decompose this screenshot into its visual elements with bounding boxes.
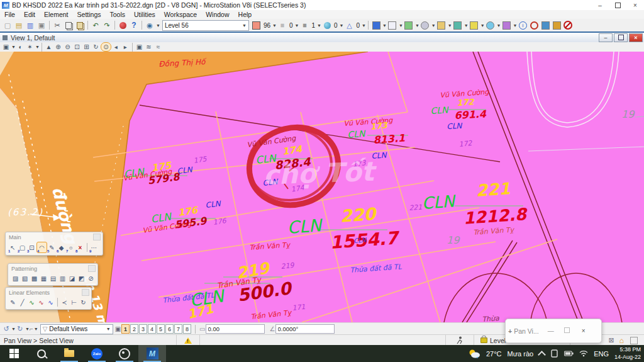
pan-minimize-button[interactable]: — (543, 327, 559, 334)
raster-manager-button[interactable] (403, 20, 414, 31)
palette-close-button[interactable] (93, 234, 101, 240)
wifi-icon[interactable] (579, 350, 588, 357)
view-attributes-button[interactable] (144, 20, 155, 31)
more-tools[interactable]: ⋯9 (89, 242, 99, 252)
points-tool[interactable]: ⊡3 (27, 242, 36, 252)
menu-settings[interactable]: Settings (77, 11, 101, 18)
groups-tool[interactable]: ◆6 (57, 242, 66, 252)
start-button[interactable] (0, 345, 28, 362)
manage-view-groups-icon[interactable]: ▣ (115, 324, 121, 334)
taskbar-clock[interactable]: 5:38 PM 14-Aug-22 (614, 346, 641, 361)
pan-maximize-button[interactable] (559, 327, 575, 334)
redo-button[interactable] (101, 20, 113, 31)
taskbar-search-button[interactable] (28, 345, 55, 362)
zalo-button[interactable]: Zalo (83, 345, 111, 362)
view-toggle-5[interactable]: 5 (157, 324, 165, 334)
accudraw-angle-input[interactable] (275, 324, 335, 334)
active-level-combo[interactable]: Level 56▼ (162, 20, 249, 31)
weather-icon[interactable] (468, 349, 480, 359)
status-panel-icon[interactable] (630, 337, 638, 344)
cut-button[interactable] (52, 20, 63, 31)
new-file-button[interactable] (2, 20, 13, 31)
file-explorer-button[interactable] (55, 345, 83, 362)
level-manager-button[interactable] (469, 20, 480, 31)
copy-view-icon[interactable]: ▣ (135, 43, 144, 51)
linear-elements-palette[interactable]: Linear Elements ✎ ╱ ∿ ∿ ∿ ≺ ⊢ ↻ (5, 287, 92, 310)
ellipse-tool[interactable]: ○7 (66, 242, 75, 252)
view-toggle-3[interactable]: 3 (139, 324, 147, 334)
open-file-button[interactable] (13, 20, 25, 31)
updates-icon[interactable] (117, 20, 128, 31)
pan-close-button[interactable]: × (575, 327, 592, 334)
snaps-button[interactable] (485, 20, 496, 31)
selection-set-icon[interactable]: ⊠ (609, 336, 614, 344)
fit-view-icon[interactable]: ⊞ (82, 43, 91, 51)
place-stream-curve-tool[interactable]: ∿ (27, 297, 36, 307)
saved-views-button[interactable] (436, 20, 447, 31)
view-display-mode-icon[interactable]: ▣ (1, 43, 11, 51)
no-entry-button[interactable] (562, 20, 574, 31)
minimize-button[interactable]: – (591, 1, 609, 10)
line-weight-icon[interactable] (299, 20, 311, 31)
help-button[interactable] (128, 20, 140, 31)
locks-button[interactable] (501, 20, 513, 31)
menu-help[interactable]: Help (238, 11, 252, 18)
view-toggle-4[interactable]: 4 (148, 324, 156, 334)
main-tool-palette[interactable]: Main ↖1 ▢2 ⊡3 ◠4 ✎5 ◆6 ○7 ×8 ⋯9 (5, 232, 103, 256)
arc-tool-selected[interactable]: ◠4 (36, 242, 47, 253)
project-explorer-button[interactable] (540, 20, 551, 31)
view-toggle-1[interactable]: 1 (121, 324, 130, 334)
back-button[interactable]: ↺ (2, 324, 11, 334)
microstation-taskbar-button[interactable]: M (138, 345, 166, 362)
view-minimize-button[interactable]: – (599, 33, 613, 42)
accudraw-x-input[interactable] (206, 324, 265, 334)
battery-icon[interactable] (564, 350, 574, 357)
pan-view-icon[interactable]: ⊙ (101, 42, 111, 52)
view-render-icon[interactable]: ◐ (16, 43, 25, 51)
change-pattern-tool[interactable]: ◪ (67, 273, 77, 283)
view-history-icon[interactable]: ⌐ (30, 324, 33, 334)
match-pattern-tool[interactable]: ▥ (58, 273, 67, 283)
rotate-view-icon[interactable]: ↻ (91, 43, 101, 51)
standards-checker-button[interactable] (551, 20, 562, 31)
menu-file[interactable]: File (4, 11, 15, 18)
lock-icon[interactable] (480, 337, 487, 343)
menu-edit[interactable]: Edit (24, 11, 35, 18)
references-button[interactable] (387, 20, 398, 31)
view-group-combo[interactable]: ▽ Default Views▼ (40, 324, 113, 334)
active-color-swatch[interactable] (251, 20, 262, 31)
line-style-icon[interactable] (277, 20, 288, 31)
view-toggle-2[interactable]: 2 (130, 324, 138, 334)
menu-window[interactable]: Window (206, 11, 229, 18)
smartline-tool[interactable]: ✎ (8, 297, 18, 307)
modify-tool[interactable]: ✎5 (47, 242, 57, 252)
point-clouds-button[interactable] (419, 20, 431, 31)
show-pattern-tool[interactable]: ▤ (48, 273, 58, 283)
element-info-button[interactable]: i (517, 20, 528, 31)
settings-button[interactable] (111, 345, 138, 362)
palette-close-button[interactable] (88, 265, 96, 272)
curve-modify-tool[interactable]: ↻ (79, 297, 88, 307)
view-window-titlebar[interactable]: View 1, Default – × (0, 33, 644, 43)
view-toggle-6[interactable]: 6 (165, 324, 174, 334)
view-restore-button[interactable] (614, 33, 628, 42)
place-line-tool[interactable]: ╱ (18, 297, 27, 307)
maximize-button[interactable] (609, 1, 626, 10)
phone-link-icon[interactable] (550, 349, 558, 358)
zoom-in-icon[interactable]: ⊕ (53, 43, 63, 51)
place-multiline-tool[interactable]: ≺ (60, 297, 69, 307)
view-pointer-icon[interactable]: ▲ (44, 43, 53, 51)
transparency-icon[interactable] (344, 20, 355, 31)
view-brightness-icon[interactable]: ✶ (25, 43, 35, 51)
place-curve-tool[interactable]: ∿ (36, 297, 46, 307)
design-history-icon[interactable]: ⌂ (619, 336, 624, 345)
window-area-icon[interactable]: ⊡ (72, 43, 82, 51)
delete-element-tool[interactable]: ×8 (75, 242, 85, 252)
language-indicator[interactable]: ENG (594, 350, 609, 358)
weather-description[interactable]: Mưa rào (508, 350, 534, 358)
place-stream-tool[interactable]: ⊢ (69, 297, 79, 307)
close-button[interactable]: × (626, 1, 644, 10)
view-previous-icon[interactable]: ◂ (111, 43, 121, 51)
save-button[interactable] (25, 20, 36, 31)
fly-icon[interactable]: ≈ (153, 43, 163, 51)
